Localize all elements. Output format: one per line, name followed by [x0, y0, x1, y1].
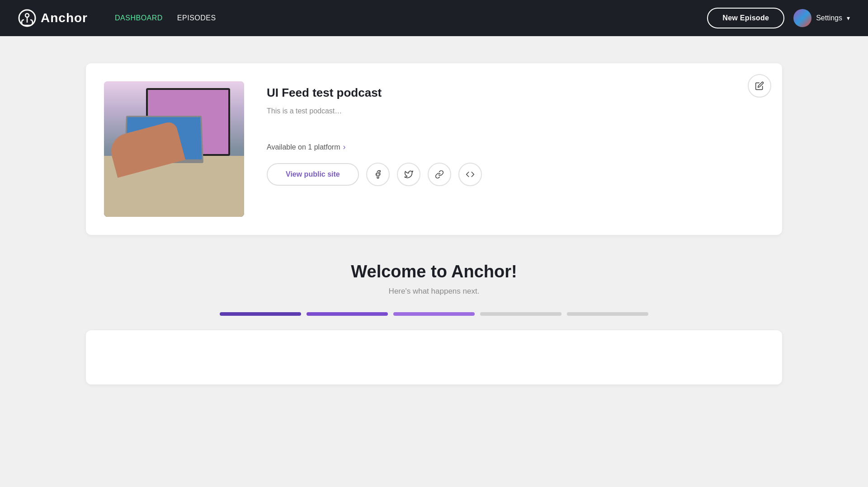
facebook-icon [373, 170, 382, 179]
podcast-info: UI Feed test podcast This is a test podc… [267, 81, 764, 186]
nav-link-episodes[interactable]: EPISODES [177, 14, 216, 22]
settings-label: Settings [816, 14, 842, 22]
navbar-right: New Episode Settings ▾ [707, 8, 850, 28]
podcast-card: UI Feed test podcast This is a test podc… [86, 63, 782, 235]
navbar: Anchor DASHBOARD EPISODES New Episode Se… [0, 0, 868, 36]
platform-arrow-icon: › [343, 142, 345, 152]
progress-bar-container [86, 312, 782, 316]
progress-segment-4 [480, 312, 561, 316]
twitter-share-button[interactable] [397, 163, 420, 186]
logo[interactable]: Anchor [18, 9, 88, 27]
bottom-card [86, 330, 782, 384]
new-episode-button[interactable]: New Episode [707, 8, 784, 28]
podcast-image [104, 81, 244, 217]
nav-links: DASHBOARD EPISODES [115, 14, 216, 22]
nav-link-dashboard[interactable]: DASHBOARD [115, 14, 163, 22]
welcome-subtitle: Here's what happens next. [86, 287, 782, 296]
embed-icon [466, 170, 475, 179]
copy-link-button[interactable] [428, 163, 451, 186]
view-public-site-button[interactable]: View public site [267, 163, 359, 186]
svg-point-1 [25, 14, 29, 17]
progress-segment-2 [307, 312, 388, 316]
edit-podcast-button[interactable] [748, 74, 771, 98]
facebook-share-button[interactable] [366, 163, 390, 186]
podcast-title: UI Feed test podcast [267, 86, 764, 100]
progress-segment-3 [393, 312, 475, 316]
link-icon [435, 170, 444, 179]
settings-area[interactable]: Settings ▾ [793, 9, 850, 27]
platform-text: Available on 1 platform [267, 143, 340, 151]
chevron-down-icon: ▾ [847, 14, 850, 22]
desk-scene [104, 81, 244, 217]
platform-link[interactable]: Available on 1 platform › [267, 142, 764, 152]
avatar [793, 9, 811, 27]
pencil-icon [755, 81, 764, 90]
welcome-section: Welcome to Anchor! Here's what happens n… [86, 262, 782, 384]
welcome-title: Welcome to Anchor! [86, 262, 782, 281]
twitter-icon [404, 170, 413, 179]
avatar-image [793, 9, 811, 27]
main-content: UI Feed test podcast This is a test podc… [0, 36, 868, 412]
progress-segment-5 [567, 312, 648, 316]
podcast-description: This is a test podcast… [267, 107, 764, 115]
embed-button[interactable] [458, 163, 482, 186]
podcast-actions: View public site [267, 163, 764, 186]
progress-segment-1 [220, 312, 301, 316]
anchor-logo-icon [18, 9, 36, 27]
logo-text: Anchor [41, 11, 88, 25]
